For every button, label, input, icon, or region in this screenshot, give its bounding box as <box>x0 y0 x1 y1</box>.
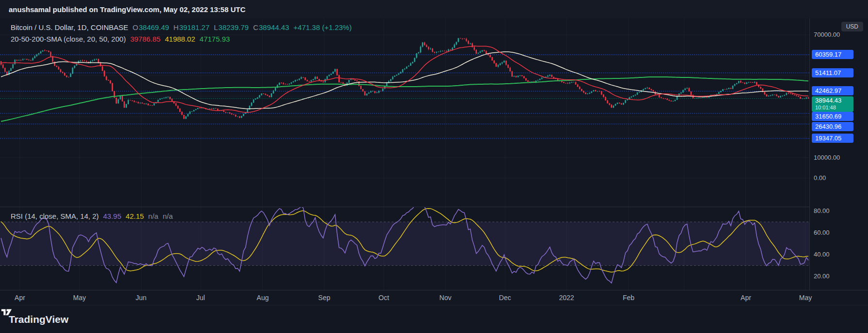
publish-text: anushsamal published on TradingView.com,… <box>9 5 246 14</box>
time-axis-label: 2022 <box>559 294 574 302</box>
candle-wicks-down <box>1 38 808 119</box>
rsi-indicator-title: RSI (14, close, SMA, 14, 2) <box>11 212 99 220</box>
grid-lines <box>0 18 809 207</box>
rsi-axis-label: 60.00 <box>814 229 830 236</box>
sma-20-value: 39786.85 <box>130 35 161 43</box>
main-price-pane[interactable]: Bitcoin / U.S. Dollar, 1D, COINBASE O384… <box>0 18 809 207</box>
time-axis-label: Nov <box>440 294 452 302</box>
rsi-axis-label: 80.00 <box>814 207 830 214</box>
currency-label: USD <box>841 22 863 31</box>
time-axis-label: Jul <box>196 294 205 302</box>
rsi-value: 43.95 <box>103 212 122 220</box>
rsi-legend-row: RSI (14, close, SMA, 14, 2) 43.95 42.15 … <box>11 212 173 220</box>
price-level-badge[interactable]: 60359.17 <box>812 50 853 59</box>
symbol-title: Bitcoin / U.S. Dollar, 1D, COINBASE <box>11 23 128 31</box>
rsi-na-1: n/a <box>148 212 158 220</box>
price-level-badge[interactable]: 42462.97 <box>812 86 853 95</box>
candle-bodies-up <box>8 38 807 119</box>
rsi-sma-value: 42.15 <box>126 212 144 220</box>
bar-countdown: 10:01:48 <box>815 105 850 111</box>
ohlc-low: L38239.79 <box>214 23 249 31</box>
sma-indicator-title: 20-50-200-SMA (close, 20, 50, 200) <box>11 35 126 43</box>
ohlc-open: O38469.49 <box>133 23 169 31</box>
price-level-badge[interactable]: 19347.05 <box>812 134 853 143</box>
price-axis[interactable]: USD 70000.0010000.000.0060359.1751411.07… <box>809 18 868 290</box>
time-axis-label: May <box>73 294 86 302</box>
brand-text: TradingView <box>9 314 68 325</box>
tradingview-logo-icon <box>0 305 13 318</box>
time-axis-label: Jun <box>136 294 147 302</box>
pane-separator[interactable] <box>0 207 868 207</box>
time-axis-label: May <box>799 294 812 302</box>
time-axis-label: Oct <box>379 294 389 302</box>
ohlc-high: H39181.27 <box>174 23 209 31</box>
rsi-axis-label: 20.00 <box>814 272 830 280</box>
time-axis-label: Feb <box>623 294 634 302</box>
sma-200-value: 47175.93 <box>200 35 230 43</box>
current-price-badge[interactable]: 38944.4310:01:48 <box>812 96 853 112</box>
price-axis-label: 10000.00 <box>814 154 840 161</box>
price-level-badge[interactable]: 26430.96 <box>812 122 853 131</box>
time-axis[interactable]: AprMayJunJulAugSepOctNovDec2022FebAprMay <box>0 290 868 305</box>
price-level-badge[interactable]: 51411.07 <box>812 68 853 77</box>
publish-bar: anushsamal published on TradingView.com,… <box>0 0 868 18</box>
time-axis-label: Aug <box>257 294 269 302</box>
sma-50-value: 41988.02 <box>165 35 195 43</box>
chart-widget: Bitcoin / U.S. Dollar, 1D, COINBASE O384… <box>0 18 868 333</box>
rsi-legend: RSI (14, close, SMA, 14, 2) 43.95 42.15 … <box>11 212 173 220</box>
candle-wicks-up <box>9 38 806 119</box>
rsi-pane[interactable]: RSI (14, close, SMA, 14, 2) 43.95 42.15 … <box>0 207 809 290</box>
time-axis-label: Apr <box>15 294 25 302</box>
price-level-badge[interactable]: 31650.69 <box>812 112 853 121</box>
tradingview-logo[interactable]: TradingView <box>9 314 68 325</box>
change-value: +471.38 (+1.23%) <box>294 23 352 31</box>
rsi-axis-label: 40.00 <box>814 251 830 258</box>
ohlc-close: C38944.43 <box>253 23 289 31</box>
main-legend: Bitcoin / U.S. Dollar, 1D, COINBASE O384… <box>11 23 352 43</box>
price-axis-label: 0.00 <box>814 174 826 182</box>
symbol-legend-row: Bitcoin / U.S. Dollar, 1D, COINBASE O384… <box>11 23 352 31</box>
rsi-na-2: n/a <box>163 212 173 220</box>
tradingview-snapshot: anushsamal published on TradingView.com,… <box>0 0 868 333</box>
sma-20-line <box>1 46 808 112</box>
time-axis-label: Dec <box>499 294 511 302</box>
sma-legend-row: 20-50-200-SMA (close, 20, 50, 200) 39786… <box>11 35 352 43</box>
price-alert-lines[interactable] <box>0 55 809 138</box>
price-axis-label: 70000.00 <box>814 31 840 38</box>
footer-bar: TradingView <box>0 305 868 333</box>
time-axis-label: Apr <box>741 294 751 302</box>
current-price-value: 38944.43 <box>815 97 850 105</box>
time-axis-label: Sep <box>318 294 331 302</box>
candle-bodies-down <box>0 38 809 119</box>
candlestick-chart[interactable] <box>0 18 809 207</box>
